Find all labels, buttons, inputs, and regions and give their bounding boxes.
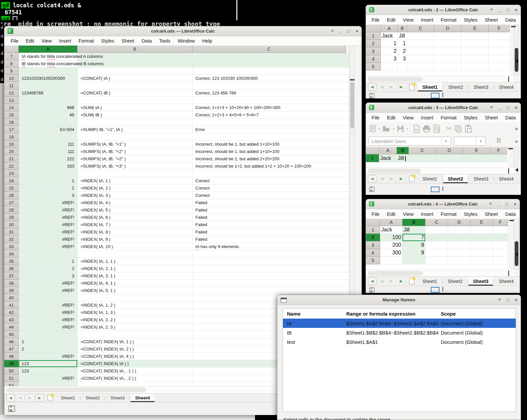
cell-C19[interactable]: Incorrect, should be 1, but added 1+10+1… [192, 141, 349, 148]
cell-A15[interactable]: 45 [19, 111, 78, 119]
cell-B43[interactable]: =INDEX( tA, 2, 2 ) [78, 316, 192, 324]
open-file-icon[interactable] [382, 125, 391, 133]
row-header-31[interactable]: 31 [4, 228, 19, 236]
toolbar-overflow-icon[interactable]: » [515, 125, 518, 132]
row-header-3[interactable]: 3 [366, 48, 381, 55]
menu-data[interactable]: Data [501, 15, 519, 25]
cell-A1[interactable]: Jack [379, 154, 397, 162]
cell-B20[interactable]: =SUMIFS( tA, tB, "<2" ) [78, 148, 192, 155]
cell-B25[interactable]: =INDEX( tA, 2 ) [78, 185, 192, 192]
row-header-13[interactable]: 13 [4, 97, 19, 104]
cell-B5[interactable] [398, 63, 407, 70]
row-header-29[interactable]: 29 [4, 214, 19, 221]
menu-insert[interactable]: Insert [56, 36, 75, 46]
cell-A18[interactable] [19, 133, 78, 141]
cell-F2[interactable] [493, 234, 508, 241]
row-header-37[interactable]: 37 [4, 272, 19, 280]
column-header-range[interactable]: Range or formula expression [346, 311, 441, 317]
row-header-52[interactable]: 52 [4, 382, 19, 386]
vertical-scrollbar-thumb[interactable] [350, 82, 354, 128]
print-preview-icon[interactable] [433, 124, 441, 133]
column-header-C[interactable]: C [425, 219, 448, 226]
new-document-icon[interactable] [369, 125, 377, 133]
cell-D1[interactable] [434, 32, 461, 40]
cell-A10[interactable]: 123102030100200300 [19, 75, 78, 82]
cell-A44[interactable]: #REF! [19, 324, 78, 331]
close-icon[interactable]: × [514, 202, 516, 207]
cell-C22[interactable]: Incorrect, should be 1+2, but added 1+2 … [192, 163, 349, 170]
cell-C3[interactable] [425, 241, 448, 249]
menu-insert[interactable]: Insert [417, 113, 437, 122]
previous-sheet-button[interactable]: ◀ [378, 83, 386, 91]
cell-A4[interactable]: 3 [381, 55, 398, 63]
next-sheet-button[interactable]: ▶ [26, 394, 34, 402]
sheet-tab-sheet4[interactable]: Sheet4 [494, 174, 518, 183]
cell-C28[interactable]: Failed [192, 207, 349, 214]
grid-corner-box[interactable] [4, 46, 19, 53]
menu-format[interactable]: Format [437, 113, 460, 122]
vertical-scrollbar[interactable] [514, 147, 519, 167]
row-header-4[interactable]: 4 [366, 249, 380, 257]
horizontal-scrollbar[interactable] [366, 75, 514, 82]
bold-button[interactable]: B [496, 136, 501, 145]
split-handle[interactable] [350, 79, 355, 80]
horizontal-scrollbar-thumb[interactable] [368, 169, 421, 173]
split-handle[interactable] [508, 148, 513, 149]
row-header-28[interactable]: 28 [4, 207, 19, 214]
row-header-45[interactable]: 45 [4, 331, 19, 338]
sheet-tab-sheet2[interactable]: Sheet2 [444, 82, 468, 91]
column-header-A[interactable]: A [380, 219, 402, 226]
cell-C31[interactable]: Failed [192, 228, 349, 236]
row-header-26[interactable]: 26 [4, 192, 19, 199]
cell-B13[interactable] [78, 97, 192, 104]
row-header-43[interactable]: 43 [4, 316, 19, 324]
cell-A26[interactable]: 3 [19, 192, 78, 199]
name-row-tA[interactable]: tA$Sheet1.$A$2:$A$4~$Sheet2.$A$2:$A$4Doc… [283, 319, 516, 328]
column-header-D[interactable]: D [436, 147, 463, 154]
cell-C24[interactable]: Correct [192, 177, 349, 185]
menu-insert[interactable]: Insert [417, 15, 437, 25]
cell-C4[interactable] [407, 55, 434, 63]
save-status-icon[interactable] [369, 93, 375, 98]
split-handle[interactable] [511, 26, 516, 27]
sheet-tab-sheet1[interactable]: Sheet1 [418, 277, 442, 286]
maximize-icon[interactable]: □ [348, 29, 350, 34]
row-header-25[interactable]: 25 [4, 185, 19, 192]
cell-A4[interactable]: 300 [380, 249, 402, 257]
cell-A11[interactable] [19, 82, 78, 89]
cell-C38[interactable] [192, 280, 349, 287]
row-header-1[interactable]: 1 [366, 154, 379, 162]
cell-C17[interactable]: Error [192, 126, 349, 133]
font-name-value[interactable]: Liberation Sans [369, 138, 441, 144]
first-sheet-button[interactable]: ◀ [368, 175, 377, 183]
cell-B36[interactable]: =INDEX( tA, 2, 1 ) [78, 265, 192, 272]
close-icon[interactable]: × [515, 105, 517, 110]
cell-B34[interactable] [78, 250, 192, 258]
cell-F1[interactable] [489, 32, 510, 40]
menu-styles[interactable]: Styles [98, 36, 118, 46]
cell-F4[interactable] [493, 249, 508, 257]
cell-A30[interactable]: #REF! [19, 221, 78, 228]
row-header-39[interactable]: 39 [4, 287, 19, 294]
menu-tools[interactable]: Tools [519, 113, 521, 122]
save-status-icon[interactable] [8, 405, 15, 412]
cell-C29[interactable]: Failed [192, 214, 349, 221]
cell-B39[interactable]: =INDEX( tA, 5, 1 ) [78, 287, 192, 294]
menu-data[interactable]: Data [501, 113, 519, 122]
cell-C27[interactable]: Failed [192, 199, 349, 207]
cell-C2[interactable] [425, 234, 448, 241]
cell-B38[interactable]: =INDEX( tA, 4, 1 ) [78, 280, 192, 287]
cell-A51[interactable]: #REF! [19, 375, 78, 382]
cell-E1[interactable] [463, 154, 490, 162]
shade-icon[interactable]: ^ [490, 7, 493, 12]
window-split-arrow-icon[interactable] [515, 168, 518, 172]
cell-A23[interactable] [19, 170, 78, 177]
cell-C33[interactable]: tA has only 9 elements [192, 243, 349, 250]
cell-C12[interactable]: Correct, 123 456 789 [192, 89, 349, 97]
cell-B9[interactable] [78, 68, 192, 75]
cell-B17[interactable]: =SUMIF( tB, "=1", tA ) [78, 126, 192, 133]
cell-C37[interactable] [192, 272, 349, 280]
cell-A5[interactable] [380, 257, 402, 264]
cell-C34[interactable] [192, 250, 349, 258]
sheet-tab-sheet1[interactable]: Sheet1 [56, 394, 80, 402]
